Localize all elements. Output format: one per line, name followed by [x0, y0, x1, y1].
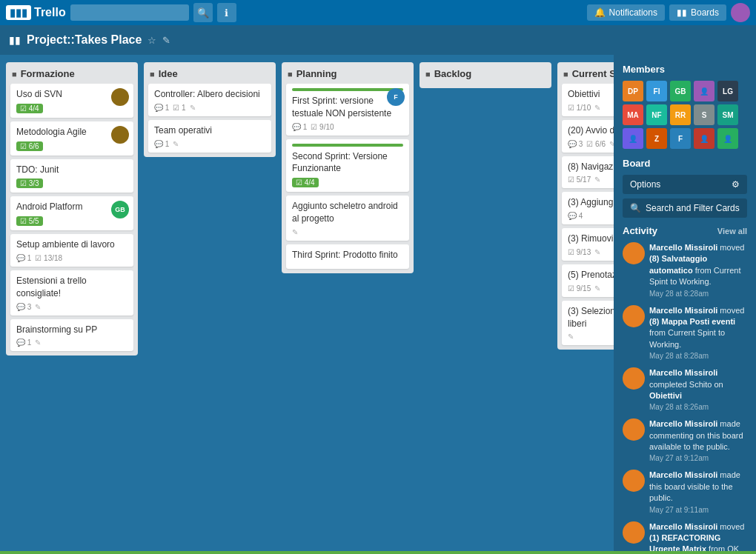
activity-time: May 27 at 9:12am: [649, 454, 747, 462]
card-title: Setup ambiente di lavoro: [16, 238, 127, 251]
activity-text: Marcello Missiroli made commenting on th…: [649, 418, 747, 453]
card-title: (3) Selezione au… dei posti liberi: [568, 305, 614, 330]
card-aggiunto-scheletro[interactable]: Aggiunto scheletro android al progetto ✎: [286, 196, 409, 241]
card-meta: 💬 1 ☑ 9/10: [292, 123, 403, 131]
card-title: TDO: Junit: [16, 164, 127, 176]
list-title: Backlog: [434, 68, 472, 79]
pencil-icon: ✎: [594, 248, 600, 256]
list-icon: ■: [12, 70, 17, 79]
list-cards-idee: Controller: Albero decisioni 💬 1 ☑ 1 ✎ T…: [144, 84, 276, 157]
checklist-badge: ☑ 3/3: [16, 178, 43, 188]
activity-item-4: Marcello Missiroli made commenting on th…: [623, 418, 747, 462]
member-avatar-photo1[interactable]: 👤: [694, 81, 714, 101]
member-avatar-sm[interactable]: SM: [717, 104, 738, 125]
checklist-badge: ☑ 13/18: [35, 254, 62, 262]
card-second-sprint[interactable]: Second Sprint: Versione Funzionante ☑ 4/…: [286, 139, 409, 193]
activity-item-5: Marcello Missiroli made this board visib…: [623, 470, 747, 513]
card-aggiungi-ev[interactable]: (3) Aggiungi ev… 💬 4: [562, 192, 614, 224]
view-all-link[interactable]: View all: [717, 227, 747, 236]
activity-section: Activity View all Marcello Missiroli mov…: [623, 225, 747, 554]
member-avatar-z[interactable]: Z: [646, 128, 667, 149]
card-estensioni[interactable]: Estensioni a trello consigliate! 💬 3 ✎: [10, 270, 133, 316]
member-avatar-fi[interactable]: FI: [646, 81, 667, 101]
settings-icon: ⚙: [732, 179, 740, 190]
pencil-icon: ✎: [594, 284, 600, 293]
activity-avatar: [623, 242, 645, 264]
pencil-icon: ✎: [292, 228, 298, 236]
board-area: ■ Formazione Uso di SVN ☑ 4/4 Metodologi…: [0, 55, 614, 554]
activity-item-3: Marcello Missiroli completed Schito on O…: [623, 367, 747, 411]
member-avatar-photo3[interactable]: 👤: [694, 128, 714, 149]
bottom-bar: [0, 551, 756, 554]
search-input[interactable]: [70, 4, 189, 21]
list-planning: ■ Planning First Sprint: versione testua…: [282, 62, 414, 273]
checklist-badge: ☑ 4/4: [292, 178, 319, 187]
members-grid: DP FI GB 👤 LG MA NF RR S SM 👤 Z F 👤 👤: [623, 81, 747, 149]
card-meta: ☑ 5/5: [16, 216, 127, 226]
list-current-sprint: ■ Current Sprin… Obiettivi ☑ 1/10 ✎ (20)…: [557, 62, 614, 350]
activity-title: Activity View all: [623, 225, 747, 236]
board-section: Board Options ⚙ 🔍 Search and Filter Card…: [623, 158, 747, 218]
activity-text: Marcello Missiroli moved (8) Mappa Posti…: [649, 305, 747, 351]
notifications-button[interactable]: 🔔 Notifications: [587, 4, 665, 21]
options-button[interactable]: Options ⚙: [623, 175, 747, 194]
comments-badge: 💬 3: [16, 303, 31, 311]
card-title: Controller: Albero decisioni: [154, 88, 265, 101]
card-meta: ☑ 9/15 ✎: [568, 284, 614, 293]
list-icon: ■: [150, 70, 155, 79]
card-brainstorming[interactable]: Brainstorming su PP 💬 1 ✎: [10, 319, 133, 352]
comments-badge: 💬 1: [292, 123, 307, 131]
card-controller-albero[interactable]: Controller: Albero decisioni 💬 1 ☑ 1 ✎: [148, 84, 271, 116]
member-avatar-photo4[interactable]: 👤: [717, 128, 738, 149]
list-idee: ■ Idee Controller: Albero decisioni 💬 1 …: [144, 62, 276, 157]
activity-avatar: [623, 367, 645, 390]
board-header: ▮▮ Project::Takes Place ☆ ✎: [0, 25, 756, 55]
card-title: (3) Aggiungi ev…: [568, 196, 614, 209]
boards-button[interactable]: ▮▮ Boards: [669, 4, 726, 21]
card-navigazione[interactable]: (8) Navigazione ☑ 5/17 ✎ LG: [562, 156, 614, 189]
pencil-icon: ✎: [35, 303, 41, 311]
activity-list: Marcello Missiroli moved (8) Salvataggio…: [623, 242, 747, 554]
comments-badge: 💬 4: [568, 212, 583, 220]
card-setup-ambiente[interactable]: Setup ambiente di lavoro 💬 1 ☑ 13/18: [10, 234, 133, 267]
card-uso-svn[interactable]: Uso di SVN ☑ 4/4: [10, 84, 133, 118]
comments-badge: 💬 1: [154, 104, 169, 112]
search-button[interactable]: 🔍: [193, 3, 213, 22]
member-avatar-f[interactable]: F: [670, 128, 691, 149]
card-metodologia[interactable]: Metodologia Agile ☑ 6/6: [10, 121, 133, 156]
list-title: Current Sprin…: [572, 68, 614, 79]
activity-text: Marcello Missiroli completed Schito on O…: [649, 367, 747, 401]
activity-content: Marcello Missiroli moved (8) Mappa Posti…: [649, 305, 747, 361]
star-button[interactable]: ☆: [147, 35, 156, 46]
checklist-badge: ☑ 4/4: [16, 104, 43, 113]
member-avatar-rr[interactable]: RR: [670, 104, 691, 125]
edit-board-button[interactable]: ✎: [162, 35, 170, 46]
card-obiettivi[interactable]: Obiettivi ☑ 1/10 ✎: [562, 84, 614, 116]
card-meta: 💬 3 ✎: [16, 303, 127, 311]
list-icon: ■: [563, 70, 568, 79]
member-avatar-nf[interactable]: NF: [646, 104, 667, 125]
member-avatar-s[interactable]: S: [694, 104, 714, 125]
card-prenotazione[interactable]: (5) Prenotazione… ☑ 9/15 ✎: [562, 264, 614, 297]
card-selezione-au[interactable]: (3) Selezione au… dei posti liberi ✎: [562, 301, 614, 346]
card-rimuovi-eve[interactable]: (3) Rimuovi Eve… ☑ 9/13 ✎: [562, 228, 614, 261]
logo-icon: ▮▮▮: [6, 5, 31, 20]
member-avatar-lg[interactable]: LG: [717, 81, 738, 101]
card-meta: 💬 1 ✎: [154, 140, 265, 148]
member-avatar-gb[interactable]: GB: [670, 81, 691, 101]
card-avvio-gui[interactable]: (20) Avvio del pr… (GUI) 💬 3 ☑ 6/6 ✎: [562, 120, 614, 153]
card-first-sprint[interactable]: First Sprint: versione testuale NON pers…: [286, 84, 409, 136]
list-header-current-sprint: ■ Current Sprin…: [557, 62, 614, 84]
card-android-platform[interactable]: Android Platform ☑ 5/5 GB: [10, 196, 133, 230]
card-avatar: F: [387, 88, 405, 106]
user-avatar[interactable]: [731, 3, 750, 22]
card-meta: ☑ 6/6: [16, 141, 127, 151]
member-avatar-ma[interactable]: MA: [623, 104, 643, 125]
member-avatar-photo2[interactable]: 👤: [623, 128, 643, 149]
search-filter-button[interactable]: 🔍 Search and Filter Cards: [623, 198, 747, 218]
info-button[interactable]: ℹ: [217, 3, 236, 22]
member-avatar-dp[interactable]: DP: [623, 81, 643, 101]
card-tdo-junit[interactable]: TDO: Junit ☑ 3/3: [10, 159, 133, 193]
card-team-operativi[interactable]: Team operativi 💬 1 ✎: [148, 120, 271, 153]
card-third-sprint[interactable]: Third Sprint: Prodotto finito: [286, 244, 409, 269]
